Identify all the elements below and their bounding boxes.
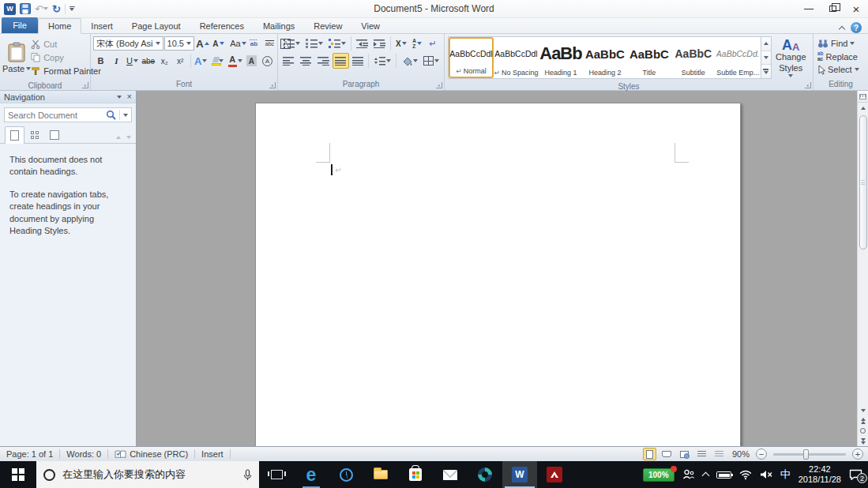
taskbar-store[interactable] [398,461,433,488]
change-styles-button[interactable]: AA Change Styles [772,36,810,80]
superscript-button[interactable]: x² [173,53,188,69]
scrollbar-track[interactable] [858,113,868,405]
italic-button[interactable]: I [109,53,124,69]
previous-result-icon[interactable] [116,136,121,139]
restore-button[interactable] [821,0,844,17]
insert-mode[interactable]: Insert [195,447,230,461]
borders-button[interactable] [421,53,442,69]
styles-scroll-down-icon[interactable] [761,51,771,66]
start-button[interactable] [0,461,36,488]
taskbar-file-explorer[interactable] [363,461,398,488]
tab-view[interactable]: View [351,18,389,33]
align-left-button[interactable] [280,53,297,69]
taskbar-search-box[interactable]: 在这里输入你要搜索的内容 [36,461,259,488]
ime-indicator[interactable]: 中 [780,467,791,482]
increase-indent-button[interactable] [371,36,388,51]
select-browse-object-icon[interactable] [858,426,868,436]
volume-muted-icon[interactable] [760,470,772,479]
tab-home[interactable]: Home [38,18,81,34]
style-card-subtle-emphasis[interactable]: AaBbCcDd. Subtle Emp... [716,37,761,78]
paragraph-dialog-launcher-icon[interactable] [436,82,442,88]
shrink-font-button[interactable]: A [211,36,226,51]
outline-view-button[interactable] [695,448,708,460]
taskbar-mail[interactable] [433,461,468,488]
highlight-color-button[interactable] [209,53,227,69]
search-document-input[interactable]: Search Document [4,107,132,122]
styles-dialog-launcher-icon[interactable] [805,82,811,88]
taskbar-alarms-clock[interactable] [329,461,363,488]
clock-datetime[interactable]: 22:42 2018/11/28 [798,464,841,485]
vertical-scrollbar[interactable] [857,91,868,446]
nav-tab-browse-pages[interactable] [24,126,44,143]
scroll-up-icon[interactable] [858,103,868,113]
styles-scroll-up-icon[interactable] [761,37,771,51]
scroll-down-icon[interactable] [858,405,868,415]
redo-icon[interactable]: ↻ [52,4,61,14]
tab-page-layout[interactable]: Page Layout [122,18,190,33]
nav-tab-browse-results[interactable] [44,126,64,143]
line-spacing-button[interactable] [371,53,393,69]
sort-button[interactable]: AZ [410,36,425,51]
people-icon[interactable] [682,469,695,480]
grow-font-button[interactable]: A [195,36,210,51]
web-layout-view-button[interactable] [678,448,691,460]
battery-icon[interactable] [716,471,731,479]
bold-button[interactable]: B [93,53,108,69]
microphone-icon[interactable] [243,469,252,481]
search-magnifier-icon[interactable] [106,110,116,120]
text-effects-button[interactable]: A [193,53,208,69]
proofing-status[interactable]: Chinese (PRC) [108,447,194,461]
align-right-button[interactable] [315,53,332,69]
enclose-characters-button[interactable]: A [260,53,275,69]
undo-icon[interactable]: ↶ [35,4,48,14]
taskbar-word[interactable]: W [502,461,537,488]
style-card-heading1[interactable]: AaBb Heading 1 [539,37,583,78]
battery-widget[interactable]: 100% [643,468,674,482]
action-center-button[interactable]: 2 [849,469,862,480]
character-shading-button[interactable]: A [244,53,259,69]
document-area[interactable]: ↵ [137,91,857,446]
replace-button[interactable]: abac Replace [817,51,866,63]
style-card-normal[interactable]: AaBbCcDdl ↵Normal [449,37,494,78]
minimize-button[interactable]: — [797,0,821,17]
font-name-combo[interactable]: 宋体 (Body Asi [93,36,163,51]
save-icon[interactable] [20,3,31,14]
task-view-button[interactable] [259,461,294,488]
navigation-pane-options-icon[interactable] [117,96,122,99]
zoom-level[interactable]: 90% [732,449,750,459]
strikethrough-button[interactable]: abe [141,53,156,69]
font-size-combo[interactable]: 10.5 [164,36,194,51]
style-card-no-spacing[interactable]: AaBbCcDdl ↵No Spacing [494,37,539,78]
taskbar-ring-app[interactable] [468,461,502,488]
zoom-slider-thumb[interactable] [803,449,809,460]
asian-layout-button[interactable]: X [393,36,409,51]
tab-file[interactable]: File [2,17,38,33]
word-app-icon[interactable]: W [4,3,16,15]
taskbar-edge[interactable]: e [294,461,329,488]
paste-button[interactable]: Paste [2,36,31,79]
wifi-icon[interactable] [739,470,752,480]
subscript-button[interactable]: x₂ [157,53,172,69]
phonetic-guide-button[interactable]: ab [246,36,261,51]
draft-view-button[interactable] [712,448,726,460]
tab-references[interactable]: References [190,18,254,33]
decrease-indent-button[interactable] [354,36,370,51]
fullscreen-reading-view-button[interactable] [660,448,674,460]
underline-button[interactable]: U [125,53,140,69]
next-page-icon[interactable] [858,436,868,446]
zoom-slider-track[interactable] [773,453,846,456]
close-button[interactable]: × [844,0,868,17]
styles-more-icon[interactable] [761,65,771,78]
tab-insert[interactable]: Insert [81,18,122,33]
word-count[interactable]: Words: 0 [60,447,107,461]
hidden-icons-chevron-icon[interactable] [701,472,709,480]
style-card-heading2[interactable]: AaBbC Heading 2 [583,37,627,78]
scrollbar-thumb[interactable] [859,115,867,250]
show-hide-marks-button[interactable]: ↵ [426,36,441,51]
character-scaling-button[interactable]: abc [262,36,277,51]
nav-tab-browse-headings[interactable] [5,126,24,144]
minimize-ribbon-icon[interactable] [839,25,845,32]
multilevel-list-button[interactable] [326,36,348,51]
zoom-in-button[interactable]: + [852,449,863,460]
change-case-button[interactable]: Aa [231,36,246,51]
